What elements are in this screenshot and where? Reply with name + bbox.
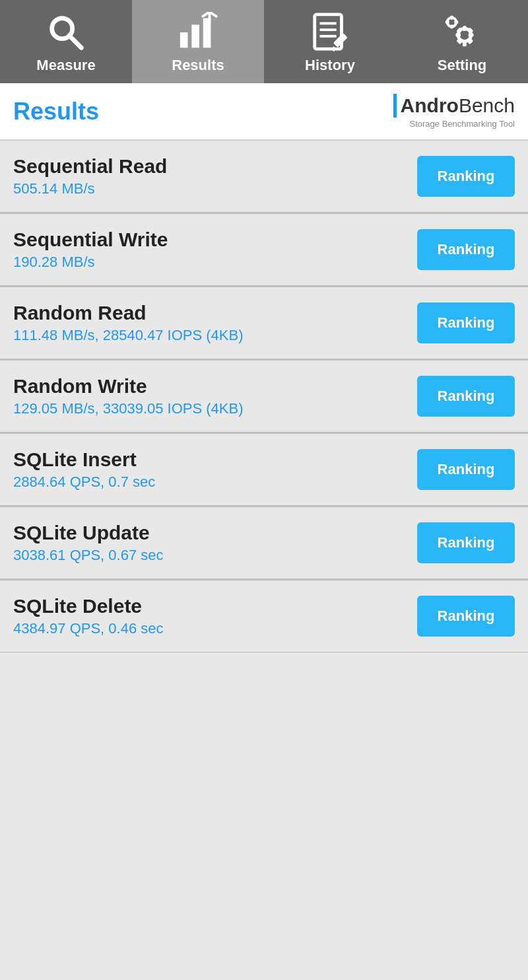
result-name: SQLite Insert — [13, 448, 417, 471]
result-row: Random Write129.05 MB/s, 33039.05 IOPS (… — [0, 359, 528, 433]
ranking-button[interactable]: Ranking — [417, 302, 515, 343]
search-icon — [46, 12, 86, 53]
result-name: SQLite Update — [13, 522, 417, 544]
result-value: 4384.97 QPS, 0.46 sec — [13, 620, 417, 637]
svg-line-1 — [69, 36, 81, 48]
svg-rect-14 — [463, 42, 467, 47]
svg-rect-3 — [191, 24, 199, 48]
result-value: 3038.61 QPS, 0.67 sec — [13, 547, 417, 564]
result-row: SQLite Insert2884.64 QPS, 0.7 secRanking — [0, 433, 528, 506]
tab-setting[interactable]: Setting — [396, 0, 528, 83]
ranking-button[interactable]: Ranking — [417, 376, 515, 417]
results-list: Sequential Read505.14 MB/sRankingSequent… — [0, 140, 528, 652]
bottom-space — [0, 652, 528, 785]
svg-rect-24 — [446, 20, 449, 24]
result-info: SQLite Update3038.61 QPS, 0.67 sec — [13, 522, 417, 564]
results-header: Results AndroBench Storage Benchmarking … — [0, 83, 528, 140]
ranking-button[interactable]: Ranking — [417, 522, 515, 563]
tab-history[interactable]: History — [264, 0, 396, 83]
navigation-bar: Measure Results History — [0, 0, 528, 83]
tab-results[interactable]: Results — [132, 0, 264, 83]
result-row: Sequential Write190.28 MB/sRanking — [0, 213, 528, 286]
result-info: Sequential Read505.14 MB/s — [13, 155, 417, 197]
svg-rect-4 — [203, 18, 211, 48]
tab-setting-label: Setting — [438, 57, 487, 74]
tab-measure-label: Measure — [36, 57, 95, 74]
result-row: Random Read111.48 MB/s, 28540.47 IOPS (4… — [0, 286, 528, 359]
result-value: 129.05 MB/s, 33039.05 IOPS (4KB) — [13, 400, 417, 417]
svg-marker-11 — [331, 46, 337, 52]
result-value: 190.28 MB/s — [13, 254, 417, 271]
svg-rect-2 — [180, 32, 188, 48]
brand-accent-bar — [393, 94, 397, 118]
tab-results-label: Results — [172, 57, 224, 74]
chart-icon — [178, 12, 218, 53]
ranking-button[interactable]: Ranking — [417, 156, 515, 197]
svg-rect-13 — [463, 26, 467, 31]
result-name: Sequential Write — [13, 228, 417, 251]
result-info: SQLite Insert2884.64 QPS, 0.7 sec — [13, 448, 417, 491]
svg-rect-22 — [450, 16, 453, 20]
result-info: Random Write129.05 MB/s, 33039.05 IOPS (… — [13, 375, 417, 417]
svg-rect-15 — [455, 33, 461, 37]
brand-logo: AndroBench Storage Benchmarking Tool — [393, 94, 515, 129]
result-info: SQLite Delete4384.97 QPS, 0.46 sec — [13, 595, 417, 637]
gear-icon — [442, 12, 482, 53]
result-row: Sequential Read505.14 MB/sRanking — [0, 140, 528, 213]
result-value: 2884.64 QPS, 0.7 sec — [13, 473, 417, 491]
result-value: 111.48 MB/s, 28540.47 IOPS (4KB) — [13, 327, 417, 344]
svg-rect-16 — [469, 33, 474, 37]
result-info: Random Read111.48 MB/s, 28540.47 IOPS (4… — [13, 302, 417, 344]
tab-history-label: History — [305, 57, 355, 74]
result-name: Random Write — [13, 375, 417, 398]
result-info: Sequential Write190.28 MB/s — [13, 228, 417, 271]
brand-subtitle: Storage Benchmarking Tool — [410, 119, 515, 129]
result-row: SQLite Delete4384.97 QPS, 0.46 secRankin… — [0, 579, 528, 652]
svg-rect-25 — [454, 20, 458, 24]
ranking-button[interactable]: Ranking — [417, 449, 515, 490]
ranking-button[interactable]: Ranking — [417, 596, 515, 637]
result-name: Sequential Read — [13, 155, 417, 178]
result-row: SQLite Update3038.61 QPS, 0.67 secRankin… — [0, 506, 528, 579]
brand-andro-text: Andro — [401, 94, 459, 117]
result-name: SQLite Delete — [13, 595, 417, 617]
tab-measure[interactable]: Measure — [0, 0, 132, 83]
result-name: Random Read — [13, 302, 417, 324]
ranking-button[interactable]: Ranking — [417, 229, 515, 270]
svg-rect-23 — [450, 24, 453, 28]
document-icon — [310, 12, 350, 53]
result-value: 505.14 MB/s — [13, 180, 417, 197]
page-title: Results — [13, 98, 99, 125]
brand-bench-text: Bench — [459, 94, 515, 117]
